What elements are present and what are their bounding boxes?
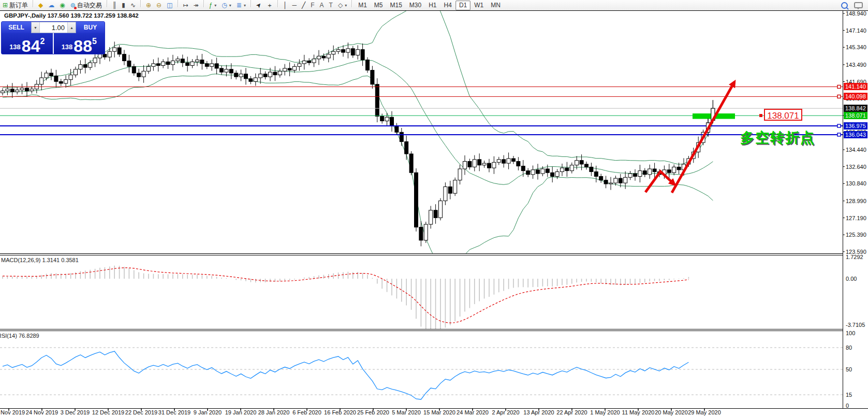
date-label: 3 Dec 2019 <box>61 409 90 415</box>
chart-shift-button[interactable]: ↠ <box>191 0 201 10</box>
time-axis[interactable]: 14 Nov 201924 Nov 20193 Dec 201912 Dec 2… <box>0 409 868 416</box>
toolbar-separator <box>251 0 252 7</box>
price-tick: 130.840 <box>846 180 866 187</box>
price-tick: 125.390 <box>846 232 866 238</box>
chat-icon[interactable] <box>854 2 863 8</box>
auto-scroll-button[interactable]: ↦ <box>181 0 191 10</box>
chart-canvas[interactable] <box>0 10 868 416</box>
date-label: 9 Jan 2020 <box>194 409 222 415</box>
new-order-icon: ⊞ <box>3 2 8 8</box>
price-level-lines[interactable] <box>0 85 843 136</box>
date-label: 25 Feb 2020 <box>357 409 389 415</box>
volume-field[interactable]: ▼ 1.00 ▲ <box>31 22 76 33</box>
price-label-141.140: 141.140 <box>844 83 867 90</box>
styler-button[interactable]: ◆ <box>36 0 46 10</box>
vertical-line-icon: │ <box>283 2 287 8</box>
shapes-button[interactable]: ◇▾ <box>335 0 349 10</box>
text-label-button[interactable]: T <box>327 0 335 10</box>
buy-button[interactable]: BUY <box>76 22 105 33</box>
bar-chart-button[interactable]: ║ <box>110 0 120 10</box>
community-button[interactable]: ☁ <box>46 0 57 10</box>
templates-button[interactable]: ≣▾ <box>234 0 248 10</box>
date-label: 14 Nov 2019 <box>0 409 25 415</box>
timeframe-d1[interactable]: D1 <box>455 1 470 10</box>
timeframe-m30[interactable]: M30 <box>406 1 425 10</box>
periods-button[interactable]: ◷▾ <box>219 0 234 10</box>
chart-shift-icon: ↠ <box>194 2 199 8</box>
timeframe-mn[interactable]: MN <box>487 1 504 10</box>
macd-axis-tick: -3.7105 <box>846 322 865 328</box>
zoom-in-button[interactable]: ⊕ <box>143 0 154 10</box>
fibonacci-icon: F <box>311 2 314 8</box>
date-label: 20 May 2020 <box>655 409 688 415</box>
chevron-down-icon: ▾ <box>214 3 216 8</box>
timeframe-h4[interactable]: H4 <box>440 1 455 10</box>
text-label-icon: T <box>329 2 333 8</box>
indicators-button[interactable]: ƒ▾ <box>207 0 219 10</box>
mt4-window: ⊞新订单◆☁◉⊚自动交易║▮∿⊕⊖◫↦↠ƒ▾◷▾≣▾➤＋│─╱FAT◇▾ M1M… <box>0 0 868 416</box>
timeframe-m1[interactable]: M1 <box>355 1 371 10</box>
rsi-axis-tick: 50 <box>846 366 852 372</box>
horizontal-line-button[interactable]: ─ <box>289 0 299 10</box>
price-tick: 128.990 <box>846 198 866 204</box>
auto-trading-button[interactable]: ⊚自动交易 <box>68 0 105 10</box>
templates-icon: ≣ <box>237 2 242 8</box>
timeframe-h1[interactable]: H1 <box>425 1 440 10</box>
macd-histogram <box>3 266 688 333</box>
macd-signal-value: 0.3581 <box>61 257 79 263</box>
timeframe-m5[interactable]: M5 <box>371 1 387 10</box>
sell-price[interactable]: 138 84 2 <box>2 33 54 54</box>
zoom-out-icon: ⊖ <box>156 2 161 8</box>
rsi-line <box>3 351 688 399</box>
new-order-button[interactable]: ⊞新订单 <box>0 0 31 10</box>
rsi-level-lines <box>0 348 843 395</box>
sell-button[interactable]: SELL <box>2 22 31 33</box>
auto-trading-button-label: 自动交易 <box>77 1 102 10</box>
date-label: 29 May 2020 <box>688 409 721 415</box>
fibonacci-button[interactable]: F <box>308 0 317 10</box>
toolbar-separator <box>178 0 179 7</box>
zoom-out-button[interactable]: ⊖ <box>154 0 164 10</box>
line-chart-button[interactable]: ∿ <box>128 0 138 10</box>
trendline-icon: ╱ <box>302 2 305 8</box>
volume-value[interactable]: 1.00 <box>40 22 67 33</box>
date-label: 13 Apr 2020 <box>523 409 554 415</box>
periods-icon: ◷ <box>222 2 227 8</box>
rsi-value: 76.8289 <box>19 333 39 339</box>
signals-icon: ◉ <box>60 2 65 8</box>
search-icon[interactable] <box>841 2 848 9</box>
price-level-annotation[interactable]: 138.071 <box>764 109 802 121</box>
price-axis[interactable]: 148.940147.140145.340143.490141.690139.8… <box>843 10 868 408</box>
crosshair-button[interactable]: ＋ <box>264 0 275 10</box>
timeframe-w1[interactable]: W1 <box>470 1 487 10</box>
new-order-button-label: 新订单 <box>9 1 28 10</box>
vertical-line-button[interactable]: │ <box>281 0 290 10</box>
rsi-indicator-label: RSI(14) 76.8289 <box>0 333 39 339</box>
one-click-trading-panel: SELL ▼ 1.00 ▲ BUY 138 84 2 138 88 5 <box>1 21 105 54</box>
timeframe-m15[interactable]: M15 <box>387 1 406 10</box>
rsi-axis-tick: 80 <box>846 345 852 351</box>
buy-price-base: 138 <box>62 43 73 51</box>
price-tick: 127.190 <box>846 215 866 221</box>
tile-windows-button[interactable]: ◫ <box>164 0 175 10</box>
turning-point-annotation[interactable]: 多空转折点 <box>740 128 815 147</box>
toolbar-separator <box>140 0 141 7</box>
date-label: 19 Jan 2020 <box>225 409 257 415</box>
cursor-button[interactable]: ➤ <box>254 0 264 10</box>
volume-decrease-button[interactable]: ▼ <box>32 22 40 33</box>
indicators-icon: ƒ <box>209 2 213 8</box>
date-label: 12 Dec 2019 <box>92 409 124 415</box>
date-label: 5 Mar 2020 <box>392 409 421 415</box>
signals-button[interactable]: ◉ <box>57 0 67 10</box>
volume-increase-button[interactable]: ▲ <box>67 22 76 33</box>
main-toolbar: ⊞新订单◆☁◉⊚自动交易║▮∿⊕⊖◫↦↠ƒ▾◷▾≣▾➤＋│─╱FAT◇▾ M1M… <box>0 0 868 10</box>
date-label: 1 May 2020 <box>590 409 620 415</box>
buy-price[interactable]: 138 88 5 <box>54 33 105 54</box>
date-label: 15 Mar 2020 <box>423 409 455 415</box>
candlestick-chart-button[interactable]: ▮ <box>119 0 128 10</box>
annotation-connector-square <box>759 114 762 117</box>
trendline-button[interactable]: ╱ <box>299 0 308 10</box>
price-tick: 134.440 <box>846 147 866 153</box>
text-button[interactable]: A <box>317 0 327 10</box>
date-label: 22 Dec 2019 <box>125 409 157 415</box>
